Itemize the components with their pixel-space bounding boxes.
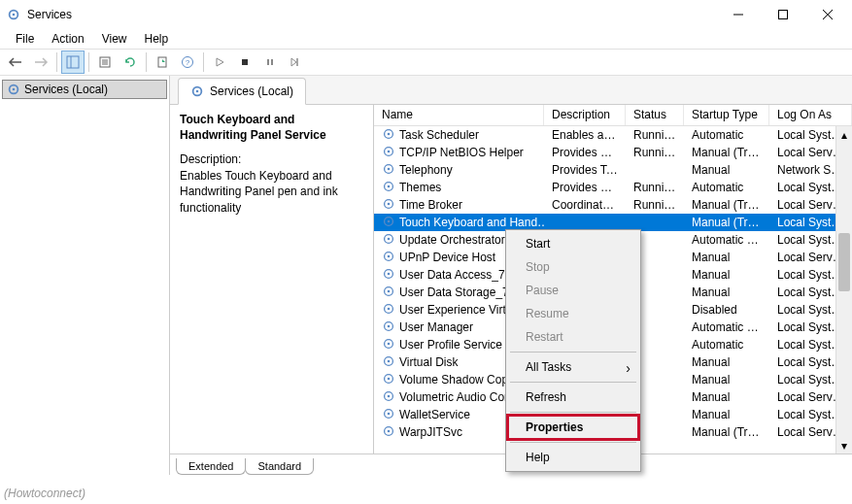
ext-service-name: Touch Keyboard and Handwriting Panel Ser… [180, 113, 363, 143]
ctx-properties[interactable]: Properties [508, 416, 638, 439]
col-header-description[interactable]: Description [544, 105, 626, 125]
watermark: (Howtoconnect) [4, 487, 85, 500]
svg-point-32 [388, 202, 391, 205]
svg-point-46 [388, 324, 391, 327]
svg-point-30 [388, 185, 391, 187]
tree-root-label: Services (Local) [24, 83, 108, 96]
export-list-button[interactable] [93, 50, 117, 74]
menu-help[interactable]: Help [137, 30, 177, 48]
back-button[interactable] [4, 50, 27, 74]
pause-button[interactable] [258, 50, 282, 74]
svg-point-20 [13, 88, 16, 91]
cell-desc: Enables a us… [544, 128, 626, 142]
menu-view[interactable]: View [94, 30, 135, 48]
col-header-startup[interactable]: Startup Type [684, 105, 769, 125]
svg-point-28 [388, 167, 391, 170]
svg-point-54 [388, 394, 391, 397]
tree-root-item[interactable]: Services (Local) [2, 80, 167, 99]
services-icon [7, 83, 20, 96]
extended-panel: Touch Keyboard and Handwriting Panel Ser… [170, 105, 374, 454]
svg-rect-3 [779, 11, 788, 19]
service-row[interactable]: TCP/IP NetBIOS HelperProvides su…Running… [374, 144, 852, 161]
cell-startup: Automatic [684, 181, 769, 194]
stop-button[interactable] [233, 50, 256, 74]
svg-point-24 [388, 132, 391, 135]
ctx-help[interactable]: Help [508, 446, 638, 469]
ctx-separator [510, 352, 636, 353]
tab-extended[interactable]: Extended [176, 458, 246, 475]
col-header-logon[interactable]: Log On As [769, 105, 852, 125]
tab-standard[interactable]: Standard [245, 458, 314, 475]
gear-icon [382, 267, 395, 284]
ctx-separator [510, 442, 636, 443]
ctx-pause[interactable]: Pause [508, 279, 638, 302]
cell-desc: Coordinates… [544, 198, 626, 212]
scroll-thumb[interactable] [838, 233, 850, 291]
ctx-separator [510, 412, 636, 413]
svg-point-52 [388, 377, 391, 380]
cell-startup: Automatic [684, 338, 769, 352]
cell-desc: Provides us… [544, 181, 626, 194]
menu-action[interactable]: Action [44, 30, 91, 48]
cell-startup: Automatic [684, 128, 769, 142]
cell-desc: Provides su… [544, 146, 626, 159]
cell-startup: Manual (Trig… [684, 216, 769, 229]
show-hide-tree-button[interactable] [61, 50, 85, 74]
svg-point-44 [388, 307, 391, 310]
restart-button[interactable] [284, 50, 307, 74]
gear-icon [382, 127, 395, 144]
gear-icon [382, 372, 395, 388]
minimize-button[interactable] [716, 0, 761, 29]
ctx-stop[interactable]: Stop [508, 255, 638, 279]
menu-file[interactable]: File [8, 30, 42, 48]
cell-name: Telephony [374, 162, 544, 179]
gear-icon [382, 197, 395, 214]
gear-icon [382, 337, 395, 353]
cell-startup: Manual [684, 268, 769, 282]
svg-point-38 [388, 254, 391, 257]
maximize-button[interactable] [761, 0, 805, 29]
ctx-start[interactable]: Start [508, 232, 638, 255]
cell-name: Themes [374, 180, 544, 196]
vertical-scrollbar[interactable]: ▴ ▾ [835, 126, 852, 454]
cell-name: Task Scheduler [374, 127, 544, 144]
tree-pane[interactable]: Services (Local) [0, 76, 170, 475]
scroll-down-icon[interactable]: ▾ [836, 437, 852, 454]
titlebar: Services [0, 0, 852, 29]
context-menu: Start Stop Pause Resume Restart All Task… [505, 229, 641, 472]
svg-point-22 [196, 90, 199, 93]
gear-icon [382, 250, 395, 266]
col-header-name[interactable]: Name [374, 105, 544, 125]
ctx-restart[interactable]: Restart [508, 325, 638, 349]
svg-point-58 [388, 429, 391, 432]
ctx-refresh[interactable]: Refresh [508, 386, 638, 409]
cell-startup: Manual [684, 286, 769, 299]
forward-button[interactable] [29, 50, 52, 74]
service-row[interactable]: ThemesProvides us…RunningAutomaticLocal … [374, 179, 852, 196]
pane-header-label: Services (Local) [210, 84, 293, 98]
col-header-status[interactable]: Status [626, 105, 684, 125]
gear-icon [382, 354, 395, 371]
cell-startup: Automatic (… [684, 233, 769, 247]
refresh-button[interactable] [119, 50, 142, 74]
service-row[interactable]: Time BrokerCoordinates…RunningManual (Tr… [374, 196, 852, 214]
service-row[interactable]: TelephonyProvides Tel…ManualNetwork S… [374, 161, 852, 179]
svg-point-50 [388, 359, 391, 362]
cell-startup: Manual [684, 373, 769, 386]
cell-startup: Manual (Trig… [684, 198, 769, 212]
scroll-up-icon[interactable]: ▴ [836, 126, 852, 143]
help-button[interactable]: ? [176, 50, 199, 74]
cell-name: Touch Keyboard and Hand… [374, 215, 544, 231]
ctx-all-tasks[interactable]: All Tasks [508, 355, 638, 379]
svg-point-42 [388, 289, 391, 292]
ctx-resume[interactable]: Resume [508, 302, 638, 325]
gear-icon [382, 145, 395, 161]
svg-point-26 [388, 150, 391, 152]
pane-header-tab: Services (Local) [178, 78, 306, 105]
export-button[interactable] [151, 50, 174, 74]
services-icon [190, 84, 204, 98]
close-button[interactable] [805, 0, 850, 29]
play-button[interactable] [208, 50, 231, 74]
gear-icon [382, 407, 395, 423]
service-row[interactable]: Task SchedulerEnables a us…RunningAutoma… [374, 126, 852, 144]
